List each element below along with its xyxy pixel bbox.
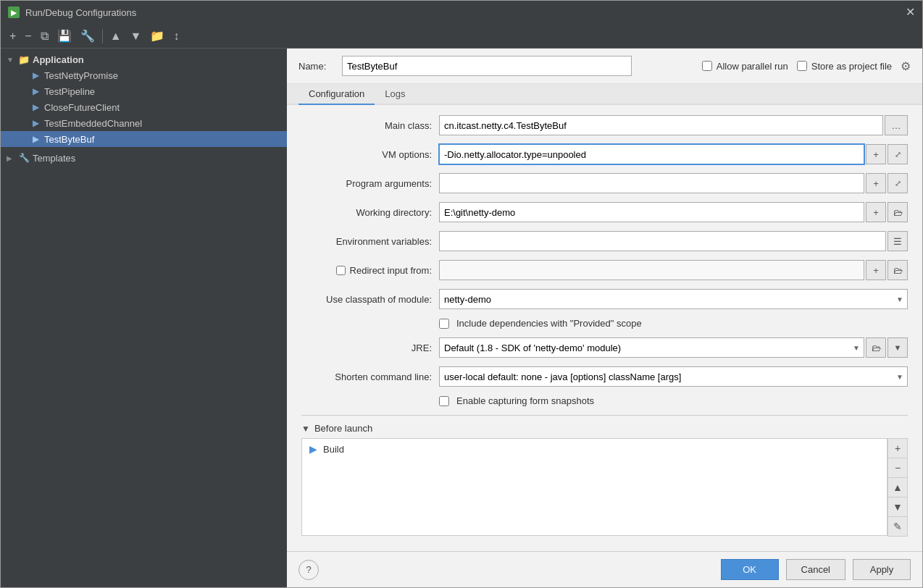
redirect-input-checkbox[interactable]: [336, 266, 346, 275]
include-deps-checkbox[interactable]: [439, 319, 449, 329]
launch-list: ▶ Build: [301, 438, 888, 536]
env-vars-edit-button[interactable]: ☰: [888, 231, 908, 251]
env-vars-row: Environment variables: ☰: [301, 231, 908, 251]
gear-button[interactable]: ⚙: [901, 59, 911, 73]
shorten-cmd-label: Shorten command line:: [301, 371, 432, 382]
file-icon: ▶: [30, 85, 41, 97]
ok-button[interactable]: OK: [721, 559, 779, 580]
program-args-row: Program arguments: + ⤢: [301, 173, 908, 193]
redirect-input-input[interactable]: [439, 260, 864, 280]
tab-configuration[interactable]: Configuration: [298, 84, 375, 105]
tab-bar: Configuration Logs: [287, 84, 922, 105]
titlebar: ▶ Run/Debug Configurations ✕: [1, 1, 922, 24]
env-vars-input[interactable]: [439, 231, 886, 251]
program-args-expand-button[interactable]: ⤢: [888, 173, 908, 193]
vm-options-expand-button[interactable]: ⤢: [888, 144, 908, 164]
main-class-browse-button[interactable]: …: [885, 115, 908, 135]
vm-options-input[interactable]: [439, 144, 864, 164]
classpath-label: Use classpath of module:: [301, 294, 432, 305]
program-args-add-button[interactable]: +: [866, 173, 886, 193]
jre-select[interactable]: Default (1.8 - SDK of 'netty-demo' modul…: [439, 337, 864, 358]
program-args-label: Program arguments:: [301, 178, 432, 189]
launch-remove-button[interactable]: −: [888, 458, 908, 478]
redirect-add-button[interactable]: +: [866, 260, 886, 280]
env-vars-input-group: ☰: [439, 231, 908, 251]
working-dir-input[interactable]: [439, 202, 864, 222]
close-button[interactable]: ✕: [906, 7, 915, 18]
jre-label: JRE:: [301, 343, 432, 353]
edit-config-button[interactable]: 🔧: [78, 29, 98, 43]
store-project-label: Store as project file: [811, 61, 892, 72]
launch-move-down-button[interactable]: ▼: [888, 497, 908, 517]
include-deps-row: Include dependencies with "Provided" sco…: [301, 318, 908, 329]
list-item[interactable]: ▶ Build: [302, 439, 887, 459]
add-config-button[interactable]: +: [7, 29, 19, 43]
jre-row: JRE: Default (1.8 - SDK of 'netty-demo' …: [301, 337, 908, 358]
sort-button[interactable]: ↕: [170, 29, 182, 43]
expand-icon: ▶: [7, 154, 15, 162]
remove-config-button[interactable]: −: [22, 29, 34, 43]
launch-add-button[interactable]: +: [888, 438, 908, 458]
header-right: Allow parallel run Store as project file…: [702, 59, 911, 73]
move-up-button[interactable]: ▲: [107, 29, 125, 43]
dialog-title: Run/Debug Configurations: [25, 7, 136, 18]
launch-edit-button[interactable]: ✎: [888, 516, 908, 537]
file-icon: ▶: [30, 133, 41, 145]
sidebar-item-test-embedded-channel[interactable]: ▶ TestEmbeddedChannel: [1, 115, 287, 131]
folder-button[interactable]: 📁: [147, 29, 167, 43]
sidebar-item-test-byte-buf[interactable]: ▶ TestByteBuf: [1, 131, 287, 147]
program-args-input[interactable]: [439, 173, 864, 193]
move-down-button[interactable]: ▼: [128, 29, 145, 43]
build-run-icon: ▶: [309, 443, 317, 455]
jre-dropdown-button[interactable]: ▼: [888, 337, 908, 358]
sidebar-item-close-future-client[interactable]: ▶ CloseFutureClient: [1, 99, 287, 115]
redirect-input-label: Redirect input from:: [350, 265, 432, 276]
file-icon: ▶: [30, 117, 41, 129]
sidebar-item-test-netty-promise[interactable]: ▶ TestNettyPromise: [1, 67, 287, 83]
cancel-button[interactable]: Cancel: [786, 559, 845, 580]
expand-icon: ▼: [7, 56, 15, 64]
sidebar-item-test-pipeline[interactable]: ▶ TestPipeline: [1, 83, 287, 99]
before-launch-collapse-button[interactable]: ▼: [301, 424, 310, 434]
tab-logs[interactable]: Logs: [375, 84, 415, 105]
allow-parallel-row: Allow parallel run: [702, 61, 788, 72]
classpath-select[interactable]: netty-demo: [439, 289, 908, 309]
working-dir-browse-button[interactable]: 🗁: [888, 202, 908, 222]
titlebar-left: ▶ Run/Debug Configurations: [8, 7, 136, 18]
sidebar-item-templates[interactable]: ▶ 🔧 Templates: [1, 150, 287, 166]
vm-options-add-button[interactable]: +: [866, 144, 886, 164]
working-dir-add-button[interactable]: +: [866, 202, 886, 222]
name-input[interactable]: [342, 56, 632, 76]
launch-move-up-button[interactable]: ▲: [888, 477, 908, 497]
enable-snapshots-label: Enable capturing form snapshots: [456, 395, 594, 406]
working-dir-label: Working directory:: [301, 207, 432, 218]
jre-browse-button[interactable]: 🗁: [866, 337, 886, 358]
classpath-row: Use classpath of module: netty-demo ▼: [301, 289, 908, 309]
copy-config-button[interactable]: ⧉: [38, 29, 51, 43]
toolbar: + − ⧉ 💾 🔧 ▲ ▼ 📁 ↕: [1, 24, 922, 49]
jre-input-group: Default (1.8 - SDK of 'netty-demo' modul…: [439, 337, 908, 358]
help-button[interactable]: ?: [298, 560, 319, 580]
vm-options-row: VM options: + ⤢: [301, 144, 908, 164]
sidebar: ▼ 📁 Application ▶ TestNettyPromise ▶ Tes…: [1, 49, 287, 587]
sidebar-item-label: Templates: [33, 153, 281, 164]
main-class-row: Main class: …: [301, 115, 908, 135]
right-panel: Name: Allow parallel run Store as projec…: [287, 49, 922, 587]
apply-button[interactable]: Apply: [853, 559, 911, 580]
save-config-button[interactable]: 💾: [54, 29, 75, 43]
allow-parallel-label: Allow parallel run: [717, 61, 788, 72]
folder-icon: 📁: [18, 54, 30, 65]
redirect-input-group: + 🗁: [439, 260, 908, 280]
sidebar-item-application[interactable]: ▼ 📁 Application: [1, 51, 287, 67]
launch-list-wrapper: ▶ Build + − ▲ ▼ ✎: [301, 438, 908, 536]
working-dir-row: Working directory: + 🗁: [301, 202, 908, 222]
sidebar-item-label: CloseFutureClient: [44, 102, 281, 113]
redirect-input-row: Redirect input from: + 🗁: [301, 260, 908, 280]
store-project-checkbox[interactable]: [797, 61, 807, 71]
allow-parallel-checkbox[interactable]: [702, 61, 712, 71]
shorten-cmd-select[interactable]: user-local default: none - java [options…: [439, 366, 908, 387]
redirect-browse-button[interactable]: 🗁: [888, 260, 908, 280]
name-label: Name:: [298, 61, 335, 72]
main-class-input[interactable]: [439, 115, 883, 135]
enable-snapshots-checkbox[interactable]: [439, 396, 449, 406]
